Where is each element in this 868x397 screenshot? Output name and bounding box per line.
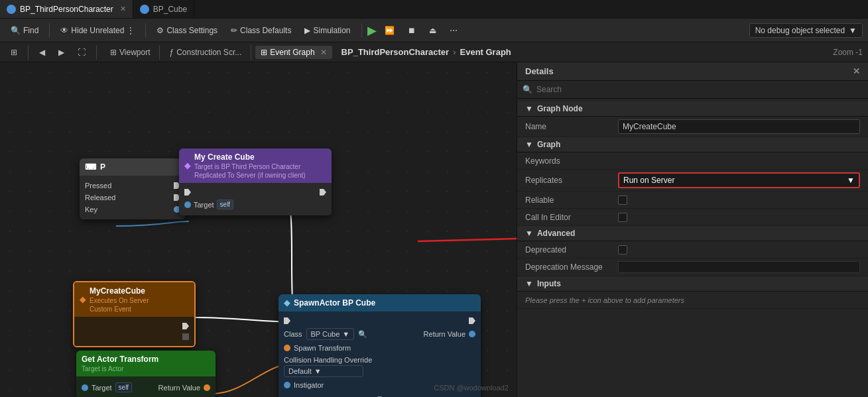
instigator-pin [284,382,290,388]
my-create-cube-body: Target self [179,183,332,215]
section-graph[interactable]: ▼ Graph [517,137,868,152]
prop-deprecated-label: Deprecated [525,245,618,255]
class-settings-button[interactable]: ⚙ Class Settings [151,23,223,38]
spawn-class-row: Class BP Cube ▼ 🔍 Return Value [279,326,481,342]
get-actor-target-label: Target [92,384,112,392]
event-cube-body [74,317,194,346]
back-icon: ◀ [39,48,45,57]
event-graph-close[interactable]: ✕ [320,48,327,57]
details-panel: Details ✕ 🔍 ▼ Graph Node Name MyCreateCu… [517,62,868,397]
debug-selector[interactable]: No debug object selected ▼ [749,23,863,38]
prop-reliable-checkbox[interactable] [618,196,627,205]
forward-button[interactable]: ▶ [53,46,70,59]
simulation-button[interactable]: ▶ Simulation [299,23,355,38]
construction-icon: ƒ [169,48,174,57]
class-defaults-icon: ✏ [231,26,237,35]
section-inputs-triangle: ▼ [525,279,533,288]
details-close-btn[interactable]: ✕ [853,66,860,76]
get-actor-body: Target self Return Value [76,376,216,397]
tab-icon-bp-third [7,5,16,14]
prop-reliable-label: Reliable [525,196,618,205]
prop-deprecation-msg-input[interactable] [618,261,860,273]
section-inputs[interactable]: ▼ Inputs [517,276,868,292]
svg-line-1 [418,233,517,241]
my-create-cube-icon: ◆ [184,161,190,170]
toolbar-divider-2 [145,23,146,38]
breadcrumb-separator: › [453,47,456,57]
get-actor-return-label: Return Value [158,384,200,392]
section-graph-node-label: Graph Node [537,104,583,113]
stop-icon: ⏹ [408,26,416,35]
section-graph-node[interactable]: ▼ Graph Node [517,101,868,117]
target-value: self [217,199,234,209]
my-create-cube-target-row: Target self [179,198,332,211]
find-icon: 🔍 [11,26,21,35]
hide-unrelated-button[interactable]: 👁 Hide Unrelated ⋮ [55,23,140,38]
prop-inputs-hint: Please press the + icon above to add par… [517,292,868,309]
node-my-create-cube-top[interactable]: ◆ My Create Cube Target is BP Third Pers… [179,148,332,215]
get-actor-target-value: self [115,382,133,392]
node-event-cube[interactable]: ◆ MyCreateCube Executes On Server Custom… [73,281,196,347]
class-defaults-button[interactable]: ✏ Class Defaults [225,23,296,38]
simulation-label: Simulation [313,26,350,35]
spawn-class-select[interactable]: BP Cube ▼ [306,328,355,340]
tab-viewport[interactable]: ⊞ Viewport [105,46,155,59]
collision-arrow: ▼ [314,367,322,375]
get-actor-target-pin [82,384,88,391]
event-cube-subtitle2: Custom Event [90,306,149,313]
tab-construction[interactable]: ƒ Construction Scr... [164,46,247,59]
section-graph-triangle: ▼ [525,140,533,149]
section-inputs-label: Inputs [537,279,561,288]
details-search-input[interactable] [536,85,863,94]
node-key-press[interactable]: ⌨ P Pressed Released [80,158,186,219]
eject-button[interactable]: ⏏ [424,23,442,38]
back-button[interactable]: ◀ [34,46,50,59]
prop-call-in-editor: Call In Editor [517,209,868,226]
node-spawn-actor[interactable]: ◆ SpawnActor BP Cube Class [279,294,481,397]
prop-call-in-editor-label: Call In Editor [525,213,618,222]
sec-divider-1 [28,45,29,60]
spawn-collapse-btn[interactable]: ▼ [279,391,481,397]
node-key-press-header: ⌨ P [80,158,186,176]
resume-button[interactable]: ⏩ [379,23,400,38]
class-defaults-label: Class Defaults [240,26,291,35]
event-cube-small-pin [74,331,194,342]
fit-button[interactable]: ⛶ [72,46,91,59]
prop-replicates: Replicates Run on Server ▼ [517,170,868,192]
prop-deprecation-msg: Deprecation Message [517,258,868,276]
prop-replicates-select[interactable]: Run on Server ▼ [618,172,860,188]
collision-value: Default [288,367,312,375]
event-cube-exec-row [74,321,194,331]
spawn-actor-title: SpawnActor BP Cube [294,298,375,308]
tab-bp-cube[interactable]: BP_Cube [133,0,194,18]
event-cube-title: MyCreateCube [90,286,149,296]
section-advanced[interactable]: ▼ Advanced [517,226,868,241]
key-press-icon: ⌨ [85,162,96,172]
prop-deprecated-checkbox[interactable] [618,245,627,255]
pin-pressed: Pressed [80,180,186,192]
blueprint-home-button[interactable]: ⊞ [5,46,23,59]
spawn-class-value: BP Cube [311,330,340,338]
find-button[interactable]: 🔍 Find [5,23,44,38]
breadcrumb-root: BP_ThirdPersonCharacter [341,47,450,57]
prop-name: Name MyCreateCube [517,117,868,137]
node-get-actor-transform[interactable]: Get Actor Transform Target is Actor Targ… [76,351,216,397]
prop-name-value[interactable]: MyCreateCube [618,119,860,134]
graph-canvas[interactable]: ⌨ P Pressed Released [0,62,517,397]
prop-deprecated: Deprecated [517,241,868,258]
toolbar-more-button[interactable]: ⋯ [444,23,463,38]
play-button[interactable]: ▶ [367,23,377,38]
target-label: Target [194,201,214,209]
tab-bp-third-person[interactable]: BP_ThirdPersonCharacter ✕ [0,0,133,18]
tab-event-graph[interactable]: ⊞ Event Graph ✕ [255,46,332,59]
my-create-cube-exec-out [320,189,326,196]
stop-button[interactable]: ⏹ [403,23,421,38]
collision-select[interactable]: Default ▼ [284,365,363,377]
spawn-class-search[interactable]: 🔍 [358,330,367,339]
instigator-label: Instigator [294,381,324,389]
pin-released: Released [80,192,186,203]
prop-call-in-editor-checkbox[interactable] [618,213,627,222]
pin-key: Key [80,203,186,215]
section-graph-label: Graph [537,140,560,149]
tab-close-bp-third[interactable]: ✕ [120,5,126,13]
